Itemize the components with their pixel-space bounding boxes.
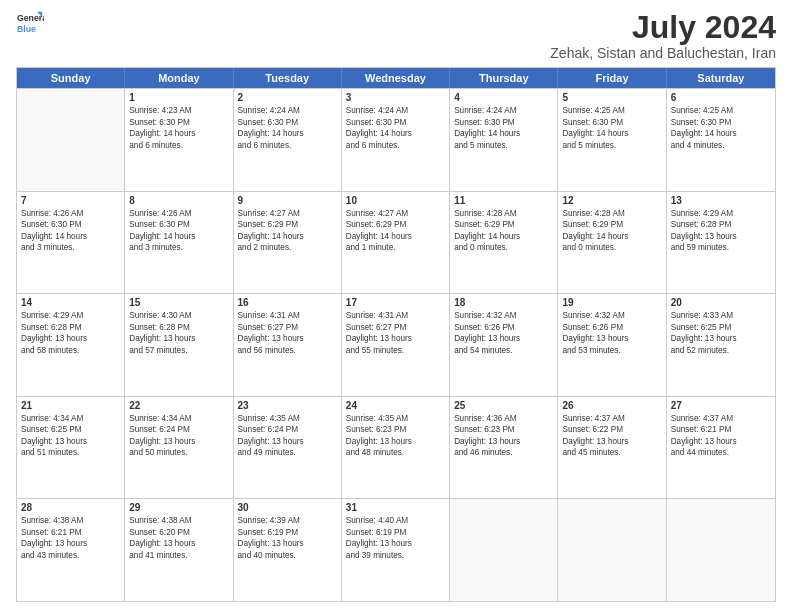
calendar: SundayMondayTuesdayWednesdayThursdayFrid…: [16, 67, 776, 602]
calendar-cell: 3Sunrise: 4:24 AMSunset: 6:30 PMDaylight…: [342, 89, 450, 191]
calendar-cell: [450, 499, 558, 601]
day-number: 25: [454, 400, 553, 411]
day-info: Sunrise: 4:27 AMSunset: 6:29 PMDaylight:…: [238, 208, 337, 254]
day-info: Sunrise: 4:37 AMSunset: 6:22 PMDaylight:…: [562, 413, 661, 459]
day-number: 28: [21, 502, 120, 513]
svg-text:Blue: Blue: [17, 24, 36, 34]
day-info: Sunrise: 4:31 AMSunset: 6:27 PMDaylight:…: [346, 310, 445, 356]
day-number: 26: [562, 400, 661, 411]
day-number: 21: [21, 400, 120, 411]
day-info: Sunrise: 4:23 AMSunset: 6:30 PMDaylight:…: [129, 105, 228, 151]
calendar-cell: [667, 499, 775, 601]
day-number: 22: [129, 400, 228, 411]
calendar-cell: 5Sunrise: 4:25 AMSunset: 6:30 PMDaylight…: [558, 89, 666, 191]
calendar-header-cell: Friday: [558, 68, 666, 88]
calendar-cell: 4Sunrise: 4:24 AMSunset: 6:30 PMDaylight…: [450, 89, 558, 191]
subtitle: Zehak, Sistan and Baluchestan, Iran: [550, 45, 776, 61]
day-number: 19: [562, 297, 661, 308]
calendar-header-row: SundayMondayTuesdayWednesdayThursdayFrid…: [17, 68, 775, 88]
calendar-cell: 21Sunrise: 4:34 AMSunset: 6:25 PMDayligh…: [17, 397, 125, 499]
calendar-cell: 24Sunrise: 4:35 AMSunset: 6:23 PMDayligh…: [342, 397, 450, 499]
calendar-cell: 29Sunrise: 4:38 AMSunset: 6:20 PMDayligh…: [125, 499, 233, 601]
day-number: 29: [129, 502, 228, 513]
calendar-cell: 11Sunrise: 4:28 AMSunset: 6:29 PMDayligh…: [450, 192, 558, 294]
calendar-cell: 6Sunrise: 4:25 AMSunset: 6:30 PMDaylight…: [667, 89, 775, 191]
day-number: 9: [238, 195, 337, 206]
day-number: 13: [671, 195, 771, 206]
day-number: 11: [454, 195, 553, 206]
calendar-week: 1Sunrise: 4:23 AMSunset: 6:30 PMDaylight…: [17, 88, 775, 191]
calendar-cell: 14Sunrise: 4:29 AMSunset: 6:28 PMDayligh…: [17, 294, 125, 396]
calendar-header-cell: Sunday: [17, 68, 125, 88]
calendar-cell: 12Sunrise: 4:28 AMSunset: 6:29 PMDayligh…: [558, 192, 666, 294]
calendar-cell: 23Sunrise: 4:35 AMSunset: 6:24 PMDayligh…: [234, 397, 342, 499]
calendar-cell: 17Sunrise: 4:31 AMSunset: 6:27 PMDayligh…: [342, 294, 450, 396]
day-info: Sunrise: 4:35 AMSunset: 6:23 PMDaylight:…: [346, 413, 445, 459]
day-number: 2: [238, 92, 337, 103]
day-info: Sunrise: 4:39 AMSunset: 6:19 PMDaylight:…: [238, 515, 337, 561]
day-number: 4: [454, 92, 553, 103]
day-info: Sunrise: 4:29 AMSunset: 6:28 PMDaylight:…: [21, 310, 120, 356]
calendar-cell: 16Sunrise: 4:31 AMSunset: 6:27 PMDayligh…: [234, 294, 342, 396]
calendar-cell: 22Sunrise: 4:34 AMSunset: 6:24 PMDayligh…: [125, 397, 233, 499]
day-number: 8: [129, 195, 228, 206]
day-number: 27: [671, 400, 771, 411]
calendar-cell: [17, 89, 125, 191]
day-number: 30: [238, 502, 337, 513]
day-info: Sunrise: 4:32 AMSunset: 6:26 PMDaylight:…: [562, 310, 661, 356]
day-number: 7: [21, 195, 120, 206]
day-info: Sunrise: 4:33 AMSunset: 6:25 PMDaylight:…: [671, 310, 771, 356]
calendar-week: 14Sunrise: 4:29 AMSunset: 6:28 PMDayligh…: [17, 293, 775, 396]
day-info: Sunrise: 4:28 AMSunset: 6:29 PMDaylight:…: [562, 208, 661, 254]
day-info: Sunrise: 4:25 AMSunset: 6:30 PMDaylight:…: [671, 105, 771, 151]
calendar-cell: 31Sunrise: 4:40 AMSunset: 6:19 PMDayligh…: [342, 499, 450, 601]
calendar-header-cell: Thursday: [450, 68, 558, 88]
day-number: 31: [346, 502, 445, 513]
calendar-cell: 27Sunrise: 4:37 AMSunset: 6:21 PMDayligh…: [667, 397, 775, 499]
day-info: Sunrise: 4:26 AMSunset: 6:30 PMDaylight:…: [21, 208, 120, 254]
day-number: 14: [21, 297, 120, 308]
calendar-header-cell: Wednesday: [342, 68, 450, 88]
calendar-cell: 13Sunrise: 4:29 AMSunset: 6:28 PMDayligh…: [667, 192, 775, 294]
calendar-cell: 26Sunrise: 4:37 AMSunset: 6:22 PMDayligh…: [558, 397, 666, 499]
calendar-cell: 25Sunrise: 4:36 AMSunset: 6:23 PMDayligh…: [450, 397, 558, 499]
calendar-header-cell: Saturday: [667, 68, 775, 88]
day-number: 16: [238, 297, 337, 308]
day-info: Sunrise: 4:38 AMSunset: 6:20 PMDaylight:…: [129, 515, 228, 561]
logo-icon: General Blue: [16, 10, 44, 38]
day-info: Sunrise: 4:38 AMSunset: 6:21 PMDaylight:…: [21, 515, 120, 561]
calendar-header-cell: Tuesday: [234, 68, 342, 88]
day-info: Sunrise: 4:28 AMSunset: 6:29 PMDaylight:…: [454, 208, 553, 254]
day-info: Sunrise: 4:29 AMSunset: 6:28 PMDaylight:…: [671, 208, 771, 254]
calendar-cell: [558, 499, 666, 601]
calendar-cell: 30Sunrise: 4:39 AMSunset: 6:19 PMDayligh…: [234, 499, 342, 601]
day-info: Sunrise: 4:40 AMSunset: 6:19 PMDaylight:…: [346, 515, 445, 561]
main-title: July 2024: [550, 10, 776, 45]
day-number: 18: [454, 297, 553, 308]
day-info: Sunrise: 4:34 AMSunset: 6:25 PMDaylight:…: [21, 413, 120, 459]
day-number: 1: [129, 92, 228, 103]
calendar-cell: 9Sunrise: 4:27 AMSunset: 6:29 PMDaylight…: [234, 192, 342, 294]
calendar-week: 7Sunrise: 4:26 AMSunset: 6:30 PMDaylight…: [17, 191, 775, 294]
day-number: 15: [129, 297, 228, 308]
calendar-cell: 18Sunrise: 4:32 AMSunset: 6:26 PMDayligh…: [450, 294, 558, 396]
calendar-week: 28Sunrise: 4:38 AMSunset: 6:21 PMDayligh…: [17, 498, 775, 601]
day-number: 12: [562, 195, 661, 206]
header: General Blue July 2024 Zehak, Sistan and…: [16, 10, 776, 61]
day-info: Sunrise: 4:36 AMSunset: 6:23 PMDaylight:…: [454, 413, 553, 459]
day-info: Sunrise: 4:24 AMSunset: 6:30 PMDaylight:…: [454, 105, 553, 151]
calendar-cell: 28Sunrise: 4:38 AMSunset: 6:21 PMDayligh…: [17, 499, 125, 601]
calendar-cell: 1Sunrise: 4:23 AMSunset: 6:30 PMDaylight…: [125, 89, 233, 191]
day-number: 20: [671, 297, 771, 308]
calendar-cell: 20Sunrise: 4:33 AMSunset: 6:25 PMDayligh…: [667, 294, 775, 396]
day-number: 5: [562, 92, 661, 103]
day-info: Sunrise: 4:31 AMSunset: 6:27 PMDaylight:…: [238, 310, 337, 356]
calendar-cell: 2Sunrise: 4:24 AMSunset: 6:30 PMDaylight…: [234, 89, 342, 191]
day-info: Sunrise: 4:26 AMSunset: 6:30 PMDaylight:…: [129, 208, 228, 254]
svg-text:General: General: [17, 13, 44, 23]
calendar-cell: 7Sunrise: 4:26 AMSunset: 6:30 PMDaylight…: [17, 192, 125, 294]
day-info: Sunrise: 4:30 AMSunset: 6:28 PMDaylight:…: [129, 310, 228, 356]
day-info: Sunrise: 4:37 AMSunset: 6:21 PMDaylight:…: [671, 413, 771, 459]
calendar-cell: 19Sunrise: 4:32 AMSunset: 6:26 PMDayligh…: [558, 294, 666, 396]
calendar-body: 1Sunrise: 4:23 AMSunset: 6:30 PMDaylight…: [17, 88, 775, 601]
